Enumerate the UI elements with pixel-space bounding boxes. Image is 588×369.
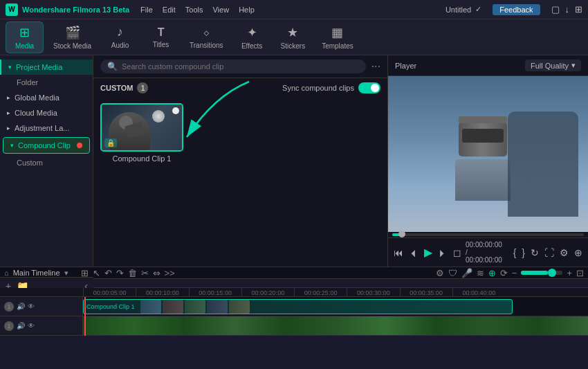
sync-label: Sync compound clips	[282, 84, 354, 92]
clip-item-1[interactable]: 🔒 Compound Clip 1	[100, 103, 183, 163]
clip-label-1: Compound Clip 1	[113, 154, 172, 163]
loop-button[interactable]: ↻	[529, 246, 540, 260]
sidebar-item-custom[interactable]: Custom	[0, 155, 93, 170]
play-button[interactable]: ▶	[423, 244, 434, 260]
menu-bar: W Wondershare Filmora 13 Beta File Edit …	[0, 0, 588, 19]
track-v1-eye[interactable]: 👁	[28, 303, 35, 310]
fit-tool[interactable]: ⊡	[576, 268, 584, 278]
sidebar-item-global-media[interactable]: ▸ Global Media	[0, 90, 93, 105]
undo-tool[interactable]: ↶	[104, 268, 112, 278]
sidebar-item-label-global-media: Global Media	[15, 93, 59, 102]
audio-tool[interactable]: ≋	[477, 268, 484, 278]
sidebar-item-folder[interactable]: Folder	[0, 75, 93, 90]
ripple-tool[interactable]: ⇔	[153, 268, 160, 278]
content-area: 🔍 ··· CUSTOM 1 Sync compound clips	[93, 55, 387, 267]
zoom-in-tool[interactable]: +	[567, 268, 572, 278]
progress-dot	[398, 231, 405, 237]
waveform	[83, 316, 588, 335]
ruler-mark-2: 00:00:15:00	[189, 288, 241, 296]
tab-effects[interactable]: ✦ Effects	[233, 22, 271, 53]
logo-icon: W	[6, 3, 18, 16]
grid-icon[interactable]: ⊞	[575, 4, 582, 15]
shield-tool[interactable]: 🛡	[448, 268, 457, 278]
loop-tool[interactable]: ⟳	[500, 268, 508, 278]
timeline-title: ⌂ Main Timeline ▾	[4, 269, 68, 278]
step-back-button[interactable]: ⏴	[407, 246, 420, 260]
skip-start-button[interactable]: ⏮	[392, 246, 405, 260]
sidebar-item-label-custom: Custom	[17, 159, 43, 167]
time-separator: /	[466, 249, 468, 256]
menu-tools[interactable]: Tools	[185, 6, 203, 14]
mark-in-button[interactable]: {	[512, 246, 518, 260]
project-media-arrow: ▾	[8, 64, 12, 71]
video-progress-bar[interactable]	[392, 233, 584, 236]
zoom-out-tool[interactable]: −	[512, 268, 517, 278]
sync-toggle[interactable]	[358, 82, 380, 93]
select-tool[interactable]: ↖	[93, 268, 100, 278]
step-forward-button[interactable]: ⏵	[437, 246, 449, 260]
sidebar-item-label-folder: Folder	[17, 78, 38, 87]
effects-icon: ✦	[247, 25, 257, 40]
current-time: 00:00:00:00	[466, 241, 502, 249]
more-options-icon[interactable]: ···	[371, 60, 380, 73]
zoom-slider[interactable]	[521, 271, 562, 275]
snapshot-button[interactable]: ◻	[452, 246, 463, 260]
clip-thumbnail-1[interactable]: 🔒	[100, 103, 183, 152]
title-check-icon: ✓	[475, 5, 481, 14]
feedback-button[interactable]: Feedback	[493, 4, 540, 15]
monitor-icon[interactable]: ▢	[551, 4, 560, 15]
menu-view[interactable]: View	[212, 6, 229, 14]
zoom-button[interactable]: ⊕	[573, 246, 584, 260]
menu-edit[interactable]: Edit	[163, 6, 176, 14]
delete-tool[interactable]: 🗑	[128, 268, 137, 278]
sidebar-item-project-media[interactable]: ▾ Project Media	[0, 60, 93, 75]
timeline-tools: ⊞ ↖ ↶ ↷ 🗑 ✂ ⇔ >>	[81, 268, 175, 278]
timeline-dropdown-icon[interactable]: ▾	[64, 269, 68, 278]
menu-items: File Edit Tools View Help	[140, 6, 434, 14]
preview-video	[388, 76, 588, 232]
templates-icon: ▦	[331, 25, 343, 40]
right-controls: { } ↻ ⛶ ⚙ ⊕	[512, 246, 584, 260]
tab-audio[interactable]: ♪ Audio	[101, 22, 139, 52]
quality-selector[interactable]: Full Quality ▾	[525, 60, 581, 71]
cut-tool[interactable]: ✂	[141, 268, 149, 278]
ruler-mark-3: 00:00:20:00	[241, 288, 294, 296]
menu-file[interactable]: File	[140, 6, 153, 14]
compound-clip-block[interactable]: Compound Clip 1	[83, 299, 513, 314]
mark-out-button[interactable]: }	[520, 246, 526, 260]
tab-media[interactable]: ⊞ Media	[6, 21, 44, 53]
preview-header: Player Full Quality ▾	[388, 55, 588, 76]
quality-chevron-icon: ▾	[571, 61, 576, 70]
download-icon[interactable]: ↓	[565, 4, 570, 15]
settings-tool[interactable]: ⚙	[436, 268, 444, 278]
track-v1-mute[interactable]: 🔊	[17, 303, 25, 310]
clips-grid: 🔒 Compound Clip 1	[93, 98, 387, 168]
tab-stock-media[interactable]: 🎬 Stock Media	[46, 22, 98, 53]
sidebar-item-adjustment-layer[interactable]: ▸ Adjustment La...	[0, 120, 93, 136]
track-a1-mute[interactable]: 🔊	[17, 322, 25, 330]
titles-icon: T	[158, 26, 165, 39]
section-count-badge: 1	[137, 82, 148, 93]
playhead[interactable]	[84, 297, 86, 336]
tab-titles[interactable]: T Titles	[142, 24, 180, 51]
search-input[interactable]	[122, 62, 359, 71]
toolbar: ⊞ Media 🎬 Stock Media ♪ Audio T Titles ⬦…	[0, 19, 588, 55]
track-a1-eye[interactable]: 👁	[28, 322, 35, 330]
settings-button[interactable]: ⚙	[558, 246, 570, 260]
menu-help[interactable]: Help	[239, 6, 255, 14]
transitions-icon: ⬦	[203, 25, 210, 39]
compound-tool[interactable]: ⊕	[488, 268, 496, 278]
mic-tool[interactable]: 🎤	[461, 268, 472, 278]
ruler-mark-1: 00:00:10:00	[136, 288, 188, 296]
fullscreen-button[interactable]: ⛶	[543, 246, 555, 260]
timeline-title-text: Main Timeline	[13, 269, 60, 277]
section-label-text: CUSTOM	[100, 84, 133, 92]
content-toolbar: 🔍 ···	[93, 55, 387, 78]
sidebar-item-cloud-media[interactable]: ▸ Cloud Media	[0, 105, 93, 120]
tab-templates[interactable]: ▦ Templates	[315, 22, 360, 53]
redo-tool[interactable]: ↷	[116, 268, 124, 278]
tab-stickers[interactable]: ★ Stickers	[274, 22, 313, 53]
tab-transitions[interactable]: ⬦ Transitions	[183, 22, 230, 52]
more-tool[interactable]: >>	[165, 268, 175, 278]
sidebar-item-compound-clip[interactable]: ▾ Compound Clip	[3, 137, 90, 154]
